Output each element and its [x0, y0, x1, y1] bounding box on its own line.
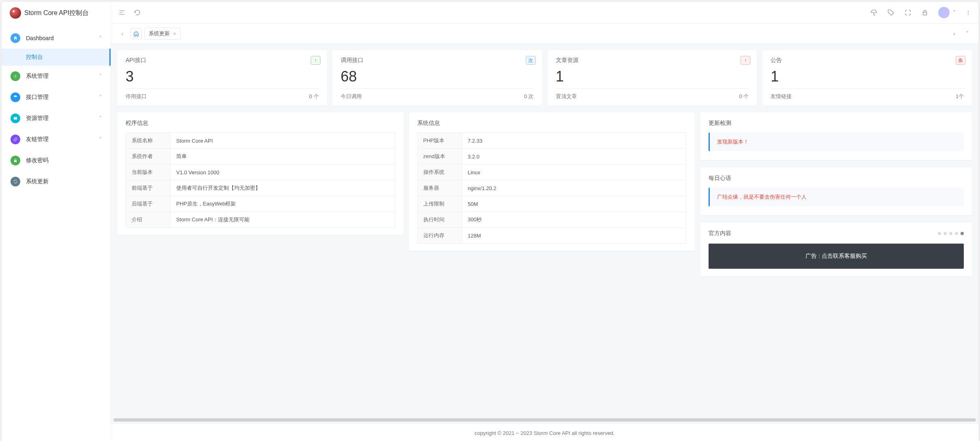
- stat-card-api: API接口 ↑ 3 停用接口0 个: [117, 50, 327, 106]
- tab-next-button[interactable]: ›: [948, 28, 960, 39]
- dot-icon[interactable]: [938, 232, 941, 235]
- dot-icon[interactable]: [961, 232, 964, 235]
- tab-home-button[interactable]: [130, 28, 142, 39]
- card-title: 更新检测: [709, 120, 964, 127]
- table-row: PHP版本7.2.33: [417, 133, 687, 149]
- tab-label: 系统更新: [149, 30, 170, 37]
- collapse-sidebar-button[interactable]: [118, 9, 126, 16]
- main-area: ˅ ⋮ ‹ 系统更新 × › ˅ API接口 ↑ 3: [111, 2, 978, 441]
- ad-banner[interactable]: 广告 : 点击联系客服购买: [709, 244, 964, 269]
- sidebar-item-label: Dashboard: [26, 35, 94, 41]
- daily-quote-card: 每日心语 广结众缘，就是不要去伤害任何一个人: [700, 167, 972, 215]
- link-icon: [11, 135, 20, 144]
- stat-title: API接口: [126, 57, 319, 64]
- stat-sub-value: 1个: [956, 93, 964, 100]
- sidebar-item-dashboard[interactable]: Dashboard ˄: [2, 28, 111, 49]
- stat-sub-value: 0 次: [524, 93, 534, 100]
- badge-icon: 次: [526, 56, 536, 65]
- umbrella-icon[interactable]: [870, 9, 878, 16]
- program-info-table: 系统名称Storm Core API 系统作者简单 当前版本V1.0 Versi…: [126, 133, 395, 228]
- table-key: 执行时间: [417, 212, 462, 228]
- tabs-bar: ‹ 系统更新 × › ˅: [111, 24, 978, 44]
- chevron-down-icon: ˅: [99, 116, 102, 121]
- sidebar-item-label: 友链管理: [26, 136, 94, 143]
- table-val: Storm Core API: [171, 133, 395, 149]
- table-val: V1.0 Version 1000: [171, 165, 395, 180]
- table-row: 后端基于PHP原生，EasyWeb框架: [126, 196, 395, 212]
- tag-icon[interactable]: [887, 9, 895, 16]
- svg-rect-2: [14, 161, 17, 163]
- sidebar-item-label: 系统管理: [26, 73, 94, 80]
- table-val: Storm Core API：连接无限可能: [171, 212, 395, 228]
- update-alert: 发现新版本！: [709, 133, 964, 151]
- lock-icon[interactable]: [921, 9, 929, 16]
- tab-prev-button[interactable]: ‹: [117, 28, 128, 39]
- table-row: zend版本3.2.0: [417, 149, 687, 165]
- card-title: 每日心语: [709, 175, 964, 182]
- stat-title: 文章资源: [556, 57, 749, 64]
- table-key: 运行内存: [417, 228, 462, 244]
- horizontal-scrollbar[interactable]: [113, 418, 976, 422]
- fullscreen-icon[interactable]: [904, 9, 912, 16]
- sidebar-item-label: 修改密码: [26, 157, 102, 164]
- sidebar-item-system-mgmt[interactable]: 系统管理 ˅: [2, 66, 111, 87]
- dot-icon[interactable]: [944, 232, 947, 235]
- update-check-card: 更新检测 发现新版本！: [700, 112, 972, 160]
- home-icon: [11, 33, 20, 43]
- table-row: 介绍Storm Core API：连接无限可能: [126, 212, 395, 228]
- sidebar-nav: Dashboard ˄ 控制台 系统管理 ˅ 接口管理 ˅ 资源管理 ˅: [2, 24, 111, 195]
- table-key: PHP版本: [417, 133, 462, 149]
- table-key: 系统作者: [126, 149, 171, 165]
- stat-sub-value: 0 个: [739, 93, 749, 100]
- carousel-dots[interactable]: [938, 232, 964, 235]
- sidebar: Storm Core API控制台 Dashboard ˄ 控制台 系统管理 ˅…: [2, 2, 111, 441]
- user-avatar[interactable]: [938, 7, 950, 18]
- sidebar-item-change-password[interactable]: 修改密码: [2, 150, 111, 171]
- reload-button[interactable]: [134, 9, 141, 16]
- table-val: 使用者可自行开发定制【均无加密】: [171, 180, 395, 196]
- stat-card-notice: 公告 条 1 友情链接1个: [762, 50, 972, 106]
- topbar: ˅ ⋮: [111, 2, 978, 24]
- svg-rect-3: [923, 12, 927, 15]
- tab-menu-button[interactable]: ˅: [961, 28, 973, 39]
- sidebar-item-api-mgmt[interactable]: 接口管理 ˅: [2, 87, 111, 108]
- table-row: 上传限制50M: [417, 196, 687, 212]
- table-key: 系统名称: [126, 133, 171, 149]
- content-scroll[interactable]: API接口 ↑ 3 停用接口0 个 调用接口 次 68 今日调用0 次 文章资源…: [111, 44, 978, 418]
- close-icon[interactable]: ×: [173, 30, 176, 37]
- table-val: 7.2.33: [462, 133, 687, 149]
- table-row: 系统名称Storm Core API: [126, 133, 395, 149]
- more-icon[interactable]: ⋮: [965, 9, 971, 16]
- table-val: 简单: [171, 149, 395, 165]
- sidebar-subitem-console[interactable]: 控制台: [2, 49, 111, 66]
- chevron-down-icon: ˅: [99, 73, 102, 79]
- quote-alert: 广结众缘，就是不要去伤害任何一个人: [709, 188, 964, 206]
- sidebar-item-resource-mgmt[interactable]: 资源管理 ˅: [2, 108, 111, 129]
- stats-row: API接口 ↑ 3 停用接口0 个 调用接口 次 68 今日调用0 次 文章资源…: [117, 50, 972, 106]
- card-title: 系统信息: [417, 120, 687, 127]
- layers-icon: [11, 92, 20, 102]
- card-title: 官方内容: [709, 230, 731, 237]
- chevron-down-icon[interactable]: ˅: [953, 9, 956, 16]
- sidebar-item-link-mgmt[interactable]: 友链管理 ˅: [2, 129, 111, 150]
- table-row: 系统作者简单: [126, 149, 395, 165]
- tab-system-update[interactable]: 系统更新 ×: [144, 28, 181, 40]
- table-key: 当前版本: [126, 165, 171, 180]
- stat-sub-label: 停用接口: [126, 93, 147, 100]
- sidebar-item-system-update[interactable]: 系统更新: [2, 171, 111, 192]
- official-content-card: 官方内容 广告 : 点击联系客服购买: [700, 223, 972, 276]
- stat-card-calls: 调用接口 次 68 今日调用0 次: [333, 50, 542, 106]
- table-row: 执行时间300秒: [417, 212, 687, 228]
- svg-point-0: [15, 76, 16, 77]
- table-val: nginx/1.20.2: [462, 180, 687, 196]
- sidebar-item-label: 资源管理: [26, 115, 94, 122]
- arrow-up-icon: ↑: [311, 56, 320, 65]
- stat-sub-label: 友情链接: [771, 93, 792, 100]
- arrow-up-icon: ↑: [741, 56, 750, 65]
- table-val: 50M: [462, 196, 687, 212]
- dot-icon[interactable]: [949, 232, 952, 235]
- stat-title: 公告: [771, 57, 964, 64]
- dot-icon[interactable]: [955, 232, 958, 235]
- logo-row: Storm Core API控制台: [2, 2, 111, 24]
- table-val: 3.2.0: [462, 149, 687, 165]
